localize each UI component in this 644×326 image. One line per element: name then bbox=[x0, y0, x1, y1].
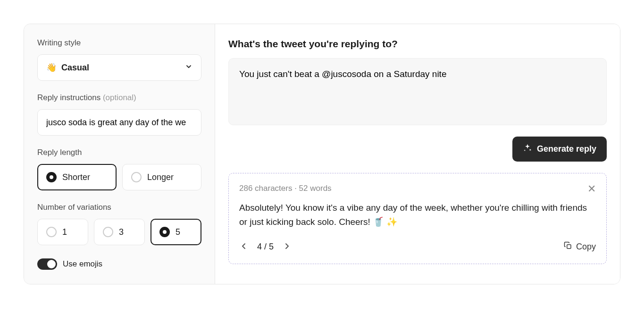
copy-icon bbox=[564, 241, 572, 252]
variations-label: Number of variations bbox=[37, 203, 201, 212]
variations-5-label: 5 bbox=[176, 227, 180, 237]
generate-reply-button[interactable]: Generate reply bbox=[512, 137, 607, 162]
radio-icon bbox=[103, 227, 113, 237]
reply-instructions-label: Reply instructions (optional) bbox=[37, 93, 201, 103]
pagination: 4 / 5 bbox=[239, 241, 292, 253]
length-shorter-label: Shorter bbox=[62, 172, 90, 182]
reply-length-section: Reply length Shorter Longer bbox=[37, 148, 201, 190]
writing-style-section: Writing style 👋 Casual bbox=[37, 38, 201, 81]
length-shorter-option[interactable]: Shorter bbox=[37, 164, 117, 190]
radio-icon bbox=[131, 172, 142, 182]
toggle-knob bbox=[47, 260, 56, 268]
writing-style-value: 👋 Casual bbox=[46, 62, 89, 73]
use-emojis-toggle[interactable] bbox=[37, 258, 57, 270]
variations-1-label: 1 bbox=[62, 227, 67, 237]
length-longer-option[interactable]: Longer bbox=[122, 164, 201, 190]
chevron-right-icon bbox=[284, 243, 290, 251]
sparkle-icon bbox=[523, 143, 532, 155]
variations-3-label: 3 bbox=[119, 227, 124, 237]
result-header: 286 characters · 52 words ✕ bbox=[239, 184, 596, 194]
close-icon: ✕ bbox=[587, 183, 596, 195]
radio-icon bbox=[46, 227, 57, 237]
prev-button[interactable] bbox=[239, 241, 249, 253]
writing-style-text: Casual bbox=[61, 63, 89, 73]
result-stats: 286 characters · 52 words bbox=[239, 184, 332, 193]
copy-label: Copy bbox=[576, 242, 596, 252]
variations-1-option[interactable]: 1 bbox=[37, 219, 88, 245]
variations-5-option[interactable]: 5 bbox=[151, 219, 201, 245]
chevron-left-icon bbox=[241, 243, 247, 251]
reply-instructions-input[interactable] bbox=[37, 109, 201, 136]
generate-reply-label: Generate reply bbox=[537, 144, 596, 154]
reply-length-group: Shorter Longer bbox=[37, 164, 201, 190]
reply-instructions-section: Reply instructions (optional) bbox=[37, 93, 201, 136]
close-result-button[interactable]: ✕ bbox=[587, 184, 596, 194]
radio-icon bbox=[46, 172, 57, 182]
reply-length-label: Reply length bbox=[37, 148, 201, 157]
use-emojis-row: Use emojis bbox=[37, 258, 201, 270]
result-box: 286 characters · 52 words ✕ Absolutely! … bbox=[228, 173, 607, 264]
use-emojis-label: Use emojis bbox=[63, 259, 102, 269]
generate-row: Generate reply bbox=[228, 137, 607, 162]
variations-section: Number of variations 1 3 5 bbox=[37, 203, 201, 245]
app-container: Writing style 👋 Casual Reply instruction… bbox=[24, 24, 620, 284]
variations-group: 1 3 5 bbox=[37, 219, 201, 245]
main-heading: What's the tweet you're replying to? bbox=[228, 38, 607, 50]
wave-icon: 👋 bbox=[46, 62, 57, 73]
chevron-down-icon bbox=[185, 63, 192, 72]
next-button[interactable] bbox=[282, 241, 292, 253]
reply-text: Absolutely! You know it's a vibe any day… bbox=[239, 201, 596, 230]
variations-3-option[interactable]: 3 bbox=[94, 219, 145, 245]
copy-button[interactable]: Copy bbox=[564, 241, 596, 252]
page-indicator: 4 / 5 bbox=[257, 242, 274, 252]
radio-icon bbox=[159, 227, 170, 237]
length-longer-label: Longer bbox=[147, 172, 174, 182]
svg-rect-0 bbox=[567, 245, 571, 249]
result-footer: 4 / 5 Copy bbox=[239, 241, 596, 253]
tweet-input[interactable] bbox=[228, 58, 607, 125]
sidebar: Writing style 👋 Casual Reply instruction… bbox=[24, 24, 215, 284]
writing-style-select[interactable]: 👋 Casual bbox=[37, 54, 201, 81]
writing-style-label: Writing style bbox=[37, 38, 201, 48]
main-panel: What's the tweet you're replying to? Gen… bbox=[215, 24, 620, 284]
